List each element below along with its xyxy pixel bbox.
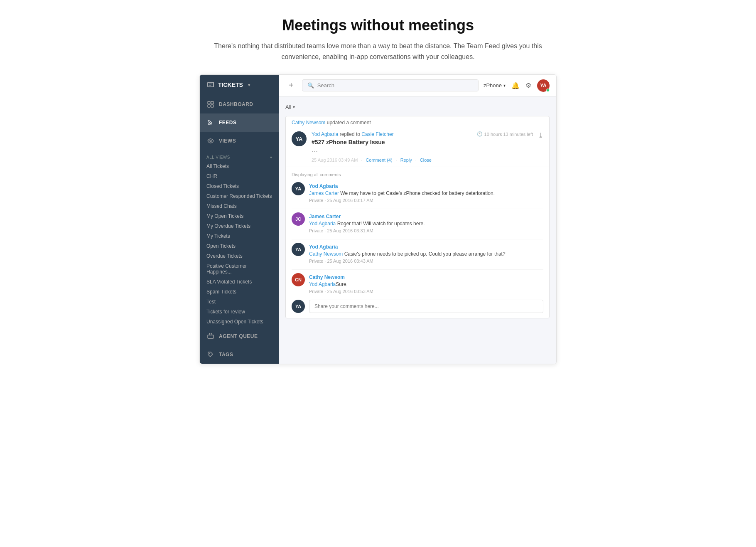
sidebar-list-item[interactable]: My Open Tickets [200,211,279,221]
feed-update-author[interactable]: Cathy Newsom [292,120,325,126]
ticket-reply-link[interactable]: Reply [400,158,412,163]
ticket-replied-by[interactable]: Yod Agbaria [312,131,338,137]
comment-item: CNCathy NewsomYod AgbariaSure, Private ·… [292,273,543,294]
ticket-subject: #527 zPhone Battery Issue [312,139,472,145]
dot-sep-3: · [415,158,417,163]
svg-point-8 [209,353,210,354]
ticket-body: Yod Agbaria replied to Casie Fletcher #5… [312,131,472,163]
sidebar-item-agent-queue[interactable]: AGENT QUEUE [200,327,279,345]
comment-item: JCJames CarterYod Agbaria Roger that! Wi… [292,212,543,233]
feed-filter[interactable]: All ▾ [285,104,295,110]
feed-update-line: Cathy Newsom updated a comment [286,116,549,127]
comment-meta: Private · 25 Aug 2016 03:17 AM [309,198,543,203]
comment-content: Yod AgbariaCathy Newsom Casie's phone ne… [309,243,543,264]
ticket-title-line: Yod Agbaria replied to Casie Fletcher [312,131,472,137]
sidebar-tickets-header[interactable]: TICKETS ▾ [200,75,279,95]
comment-meta: Private · 25 Aug 2016 03:31 AM [309,228,543,233]
dashboard-label: DASHBOARD [219,101,253,107]
app-container: TICKETS ▾ DASHBOARD [199,74,557,364]
clock-icon: 🕐 [477,131,483,137]
dot-sep-2: · [396,158,397,163]
sidebar-item-views[interactable]: VIEWS [200,132,279,150]
sidebar-list-item[interactable]: Tickets for review [200,307,279,317]
ticket-replied-to[interactable]: Casie Fletcher [361,131,393,137]
comment-meta: Private · 25 Aug 2016 03:43 AM [309,259,543,264]
zphone-selector[interactable]: zPhone ▾ [484,82,506,89]
sidebar-item-tags[interactable]: TAGS [200,345,279,364]
sidebar-list-item[interactable]: Missed Chats [200,201,279,211]
sidebar-list-item[interactable]: Positive Customer Happines... [200,261,279,277]
comment-content: Cathy NewsomYod AgbariaSure, Private · 2… [309,273,543,294]
comment-meta: Private · 25 Aug 2016 03:53 AM [309,289,543,294]
sidebar-list-item[interactable]: My Overdue Tickets [200,221,279,231]
comment-input-row: YA [292,300,543,313]
filter-label: All [285,104,291,110]
comment-avatar: CN [292,273,305,286]
page-header: Meetings without meetings There's nothin… [191,0,565,74]
online-indicator [546,89,550,92]
comment-author[interactable]: Cathy Newsom [309,274,345,280]
feed-update-text: updated a comment [327,120,371,126]
comment-avatar: YA [292,243,305,256]
tags-icon [206,350,215,359]
agent-queue-icon [206,332,215,340]
tickets-chevron-icon: ▾ [248,83,250,87]
zphone-chevron-icon: ▾ [503,83,506,88]
ticket-close-link[interactable]: Close [420,158,432,163]
sidebar-list: All TicketsCHRClosed TicketsCustomer Res… [200,161,279,327]
comment-text: James Carter We may have to get Casie's … [309,190,543,197]
sidebar-list-item[interactable]: Open Tickets [200,241,279,251]
comment-content: Yod AgbariaJames Carter We may have to g… [309,182,543,203]
dashboard-icon [206,100,215,108]
comment-content: James CarterYod Agbaria Roger that! Will… [309,212,543,233]
ticket-actions-icon[interactable]: ⤓ [538,131,543,139]
sidebar-list-item[interactable]: Unassigned Open Tickets [200,317,279,327]
comment-text: Cathy Newsom Casie's phone needs to be p… [309,250,543,258]
all-views-section: ALL VIEWS ▾ [200,150,279,161]
sidebar-list-item[interactable]: Customer Responded Tickets [200,191,279,201]
tickets-icon [206,81,215,89]
settings-icon[interactable]: ⚙ [525,81,531,89]
ticket-comment-link[interactable]: Comment (4) [366,158,392,163]
main-content: + 🔍 zPhone ▾ 🔔 ⚙ YA All [279,75,556,364]
sidebar-list-item[interactable]: My Tickets [200,231,279,241]
sidebar-list-item[interactable]: Spam Tickets [200,287,279,297]
svg-rect-3 [208,105,210,107]
comment-avatar: JC [292,212,305,226]
sidebar-item-dashboard[interactable]: DASHBOARD [200,95,279,113]
search-box[interactable]: 🔍 [302,79,479,91]
comment-author[interactable]: Yod Agbaria [309,244,338,250]
tickets-label: TICKETS [218,81,243,88]
sidebar-list-item[interactable]: Test [200,297,279,307]
feeds-icon [206,118,215,127]
sidebar-item-feeds[interactable]: FEEDS [200,113,279,132]
comment-author[interactable]: Yod Agbaria [309,183,338,189]
sidebar-list-item[interactable]: CHR [200,171,279,181]
notifications-icon[interactable]: 🔔 [511,81,520,89]
feeds-label: FEEDS [219,120,237,126]
ticket-timestamp: 25 Aug 2016 03:49 AM [312,158,358,163]
comment-input[interactable] [309,300,543,313]
sidebar-list-item[interactable]: SLA Violated Tickets [200,277,279,287]
svg-rect-7 [208,335,214,338]
feed-item: Cathy Newsom updated a comment YA Yod Ag… [285,116,550,318]
page-subtitle: There's nothing that distributed teams l… [199,41,557,62]
sidebar-list-item[interactable]: Closed Tickets [200,181,279,191]
filter-chevron-icon: ▾ [293,105,295,109]
sidebar-bottom: AGENT QUEUE TAGS [200,327,279,364]
search-icon: 🔍 [307,82,314,89]
comment-item: YAYod AgbariaCathy Newsom Casie's phone … [292,243,543,264]
sidebar-list-item[interactable]: Overdue Tickets [200,251,279,261]
add-button[interactable]: + [285,79,297,92]
agent-queue-label: AGENT QUEUE [219,333,258,339]
sidebar-list-item[interactable]: All Tickets [200,161,279,171]
user-avatar[interactable]: YA [537,79,550,92]
comment-input-avatar: YA [292,300,305,313]
ticket-header: YA Yod Agbaria replied to Casie Fletcher… [286,127,549,167]
sidebar: TICKETS ▾ DASHBOARD [200,75,279,364]
feed-area: All ▾ Cathy Newsom updated a comment YA … [279,96,556,364]
comment-author[interactable]: James Carter [309,214,341,219]
search-input[interactable] [317,82,473,89]
comment-text: Yod AgbariaSure, [309,281,543,288]
dot-sep-1: · [361,158,362,163]
